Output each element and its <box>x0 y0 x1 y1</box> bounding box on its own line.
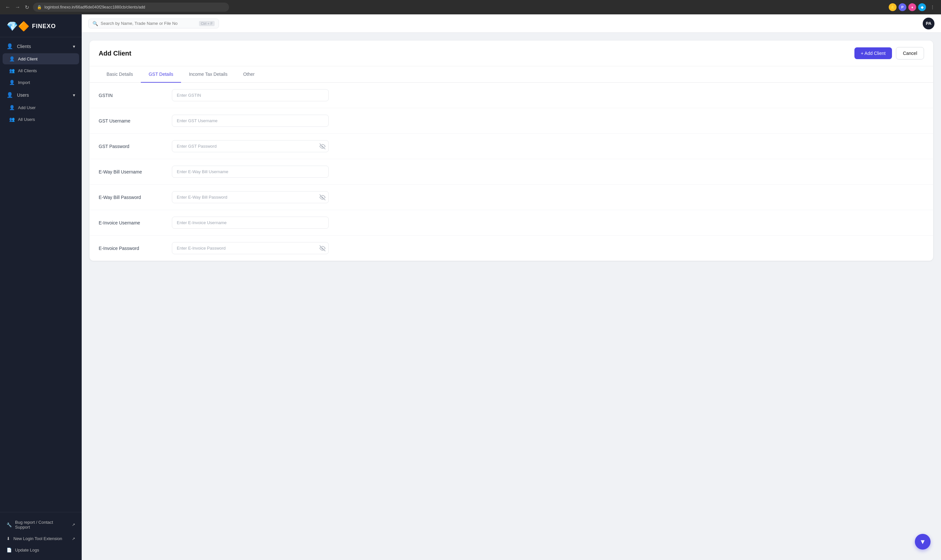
extension-icon-3[interactable]: ♦ <box>908 3 916 11</box>
sidebar-users-label: Users <box>17 92 29 98</box>
sidebar-item-import-label: Import <box>18 80 30 85</box>
sidebar-users-header[interactable]: 👤 Users ▾ <box>3 89 79 101</box>
top-bar: 🔍 Ctrl + F PA <box>81 14 941 33</box>
form-row-gst-password: GST Password <box>89 134 933 159</box>
search-shortcut: Ctrl + F <box>199 21 215 26</box>
external-link-icon-1: ↗ <box>72 522 75 527</box>
sidebar-clients-label: Clients <box>17 44 31 49</box>
extension-icon-2[interactable]: P <box>898 3 906 11</box>
sidebar-extension-label: New Login Tool Extension <box>14 536 62 541</box>
form-row-gstin: GSTIN <box>89 83 933 108</box>
logs-icon: 📄 <box>6 548 12 552</box>
tab-income-tax-details[interactable]: Income Tax Details <box>181 66 235 83</box>
sidebar-clients-header[interactable]: 👤 Clients ▾ <box>3 40 79 52</box>
input-eway-username[interactable] <box>172 166 329 178</box>
input-wrap-einvoice-username <box>172 217 329 229</box>
add-client-icon: 👤 <box>9 56 15 62</box>
label-gstin: GSTIN <box>99 93 164 98</box>
sidebar-logo: 💎🔶 FINEXO <box>0 14 81 37</box>
app-container: 💎🔶 FINEXO 👤 Clients ▾ 👤 Add Client 👥 All… <box>0 14 941 560</box>
download-icon: ⬇ <box>6 536 10 541</box>
tabs-bar: Basic Details GST Details Income Tax Det… <box>89 66 933 83</box>
browser-url: logintool.finexo.in/66adf6de040f29eacc18… <box>45 5 145 9</box>
sidebar-update-logs[interactable]: 📄 Update Logs <box>3 545 79 555</box>
browser-menu-button[interactable]: ⋮ <box>928 3 937 12</box>
sidebar-users-section: 👤 Users ▾ 👤 Add User 👥 All Users <box>0 89 81 125</box>
label-einvoice-username: E-Invoice Username <box>99 220 164 225</box>
sidebar-item-import[interactable]: 👤 Import <box>3 77 79 88</box>
sidebar-bug-report-label: Bug report / Contact Support <box>15 520 69 529</box>
browser-extension-icons: ⭐ P ♦ ◆ ⋮ <box>889 3 937 12</box>
input-eway-password[interactable] <box>172 191 329 203</box>
tab-gst-details[interactable]: GST Details <box>141 66 181 83</box>
bug-icon: 🔧 <box>6 522 12 527</box>
sidebar-clients-section: 👤 Clients ▾ 👤 Add Client 👥 All Clients 👤… <box>0 40 81 89</box>
toggle-einvoice-password-button[interactable] <box>320 245 326 251</box>
search-bar: 🔍 Ctrl + F <box>88 18 219 28</box>
sidebar-item-all-users-label: All Users <box>18 117 35 122</box>
label-gst-username: GST Username <box>99 118 164 123</box>
lock-icon: 🔒 <box>37 5 42 9</box>
card-header: Add Client + Add Client Cancel <box>89 40 933 66</box>
form-row-gst-username: GST Username <box>89 108 933 134</box>
form-row-eway-username: E-Way Bill Username <box>89 159 933 185</box>
sidebar-bottom: 🔧 Bug report / Contact Support ↗ ⬇ New L… <box>0 512 81 560</box>
browser-bar: ← → ↻ 🔒 logintool.finexo.in/66adf6de040f… <box>0 0 941 14</box>
toggle-gst-password-button[interactable] <box>320 143 326 149</box>
input-einvoice-password[interactable] <box>172 242 329 254</box>
input-gst-username[interactable] <box>172 115 329 127</box>
search-icon: 🔍 <box>92 21 98 26</box>
fab-scroll-down-button[interactable]: ▼ <box>915 534 930 549</box>
sidebar-item-all-users[interactable]: 👥 All Users <box>3 114 79 125</box>
browser-nav-buttons: ← → ↻ <box>4 3 31 12</box>
form-row-einvoice-username: E-Invoice Username <box>89 210 933 235</box>
sidebar-new-extension[interactable]: ⬇ New Login Tool Extension ↗ <box>3 533 79 544</box>
browser-address-bar[interactable]: 🔒 logintool.finexo.in/66adf6de040f29eacc… <box>33 3 229 12</box>
browser-forward-button[interactable]: → <box>14 3 22 11</box>
input-gstin[interactable] <box>172 89 329 101</box>
form-row-eway-password: E-Way Bill Password <box>89 185 933 210</box>
clients-icon: 👤 <box>6 43 13 49</box>
content-area: Add Client + Add Client Cancel Basic Det… <box>81 33 941 560</box>
sidebar-item-add-client[interactable]: 👤 Add Client <box>3 53 79 65</box>
add-client-button[interactable]: + Add Client <box>855 48 892 59</box>
import-icon: 👤 <box>9 80 15 85</box>
input-wrap-gstin <box>172 89 329 101</box>
sidebar-item-all-clients[interactable]: 👥 All Clients <box>3 65 79 76</box>
card-actions: + Add Client Cancel <box>855 47 924 60</box>
logo-icon: 💎🔶 <box>6 21 29 32</box>
form-area: GSTIN GST Username GST Pas <box>89 83 933 261</box>
tab-other[interactable]: Other <box>235 66 262 83</box>
sidebar-update-logs-label: Update Logs <box>15 548 39 552</box>
browser-back-button[interactable]: ← <box>4 3 12 11</box>
input-wrap-gst-password <box>172 140 329 152</box>
avatar[interactable]: PA <box>923 18 935 29</box>
input-wrap-gst-username <box>172 115 329 127</box>
label-gst-password: GST Password <box>99 144 164 149</box>
page-card: Add Client + Add Client Cancel Basic Det… <box>89 40 933 261</box>
extension-icon-4[interactable]: ◆ <box>918 3 926 11</box>
chevron-down-users-icon: ▾ <box>73 92 75 98</box>
toggle-eway-password-button[interactable] <box>320 194 326 200</box>
label-eway-username: E-Way Bill Username <box>99 169 164 174</box>
sidebar-item-all-clients-label: All Clients <box>18 68 37 73</box>
external-link-icon-2: ↗ <box>72 537 75 541</box>
all-clients-icon: 👥 <box>9 68 15 73</box>
cancel-button[interactable]: Cancel <box>896 47 924 60</box>
sidebar-item-add-client-label: Add Client <box>18 57 38 62</box>
page-title: Add Client <box>99 50 131 57</box>
browser-refresh-button[interactable]: ↻ <box>23 3 31 12</box>
extension-icon-1[interactable]: ⭐ <box>889 3 896 11</box>
input-wrap-eway-username <box>172 166 329 178</box>
all-users-icon: 👥 <box>9 117 15 122</box>
input-gst-password[interactable] <box>172 140 329 152</box>
chevron-down-icon: ▾ <box>73 44 75 49</box>
input-einvoice-username[interactable] <box>172 217 329 229</box>
sidebar-bug-report[interactable]: 🔧 Bug report / Contact Support ↗ <box>3 517 79 532</box>
form-row-einvoice-password: E-Invoice Password <box>89 235 933 261</box>
sidebar-item-add-user[interactable]: 👤 Add User <box>3 102 79 113</box>
search-input[interactable] <box>101 21 196 26</box>
label-einvoice-password: E-Invoice Password <box>99 246 164 251</box>
sidebar-item-add-user-label: Add User <box>18 105 35 110</box>
tab-basic-details[interactable]: Basic Details <box>99 66 141 83</box>
